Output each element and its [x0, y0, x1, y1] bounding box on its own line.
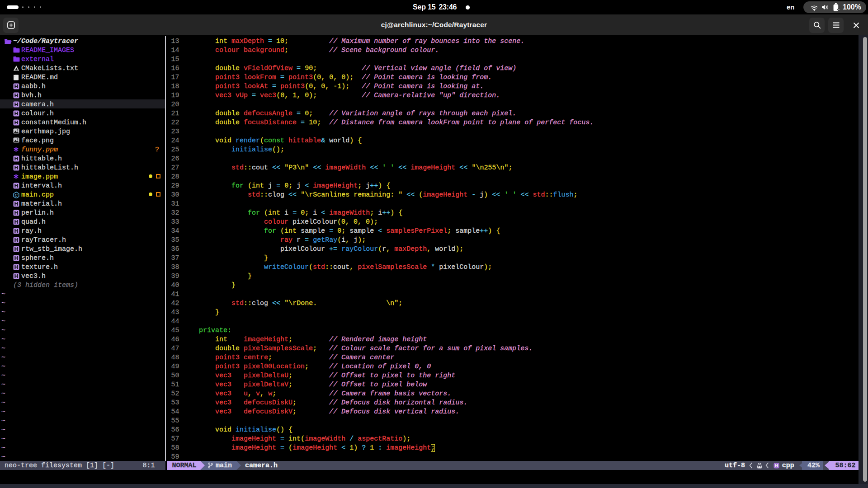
svg-text:C: C [15, 193, 18, 197]
